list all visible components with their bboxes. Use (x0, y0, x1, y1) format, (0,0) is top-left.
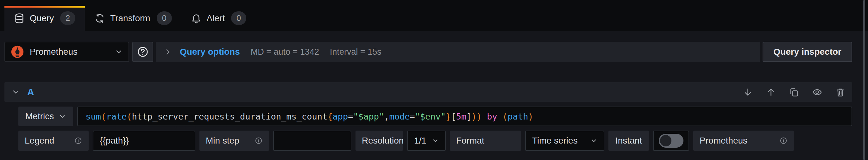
promql-expression-input[interactable]: sum(rate(http_server_requests_duration_m… (77, 106, 852, 126)
promql-expression: sum(rate(http_server_requests_duration_m… (86, 111, 533, 121)
query-row-header[interactable]: A (4, 82, 852, 102)
tab-alert-label: Alert (207, 13, 225, 23)
resolution-label: Resolution (355, 131, 403, 151)
legend-input[interactable] (93, 131, 195, 151)
query-options-bar[interactable]: Query options MD = auto = 1342 Interval … (156, 42, 760, 62)
chevron-right-icon (164, 48, 172, 56)
trash-icon (835, 87, 845, 97)
datasource-name: Prometheus (30, 47, 109, 57)
arrow-up-icon (766, 87, 776, 97)
transform-icon (94, 13, 105, 24)
tab-transform-label: Transform (110, 13, 150, 23)
move-query-up-button[interactable] (766, 87, 776, 97)
chevron-down-icon (432, 137, 439, 144)
query-row-actions (743, 87, 845, 97)
resolution-select[interactable]: 1/1 (407, 131, 446, 151)
tab-query-count-badge: 2 (60, 11, 75, 25)
info-circle-icon (254, 137, 263, 145)
format-label-text: Format (456, 136, 484, 146)
datasource-help-button[interactable] (132, 42, 153, 62)
tab-alert-count-badge: 0 (231, 11, 246, 25)
legend-label: Legend (18, 131, 89, 151)
resolution-label-text: Resolution (362, 136, 404, 146)
format-select[interactable]: Time series (525, 131, 604, 151)
database-icon (14, 13, 25, 24)
delete-query-button[interactable] (835, 87, 845, 97)
copy-icon (789, 87, 799, 97)
min-step-label-text: Min step (206, 136, 239, 146)
query-options-summary-md: MD = auto = 1342 (251, 47, 319, 57)
query-options-row: Legend Min step Resolution 1/1 (18, 131, 852, 151)
instant-label-text: Instant (615, 136, 642, 146)
tab-alert[interactable]: Alert 0 (181, 6, 256, 31)
chevron-down-icon (590, 137, 597, 144)
chevron-down-icon (115, 48, 123, 56)
collapse-chevron-down-icon[interactable] (11, 88, 20, 96)
info-circle-icon (779, 137, 787, 145)
toggle-query-visibility-button[interactable] (812, 87, 822, 97)
question-circle-icon (137, 46, 149, 58)
resolution-value: 1/1 (414, 136, 426, 146)
query-toolbar: Prometheus Query options MD = auto = 134… (4, 42, 852, 62)
instant-label: Instant (609, 131, 649, 151)
instant-toggle[interactable] (659, 134, 683, 148)
info-circle-icon (74, 137, 82, 145)
bell-icon (191, 13, 202, 24)
format-value: Time series (532, 136, 578, 146)
min-step-label: Min step (199, 131, 269, 151)
min-step-input[interactable] (273, 131, 351, 151)
query-ref-id: A (27, 87, 34, 97)
metrics-dropdown-label: Metrics (25, 111, 54, 121)
tab-transform[interactable]: Transform 0 (85, 6, 181, 31)
editor-tab-bar: Query 2 Transform 0 Alert 0 (0, 0, 868, 31)
tab-query[interactable]: Query 2 (4, 6, 85, 31)
metrics-dropdown-button[interactable]: Metrics (18, 106, 73, 126)
legend-label-text: Legend (25, 136, 54, 146)
toggle-knob (660, 135, 672, 147)
move-query-down-button[interactable] (743, 87, 753, 97)
query-options-link[interactable]: Query options (180, 47, 240, 57)
query-inspector-label: Query inspector (773, 47, 841, 57)
prometheus-logo-icon (11, 45, 24, 59)
arrow-down-icon (743, 87, 753, 97)
exemplars-label-text: Prometheus (700, 136, 747, 146)
vertical-scrollbar[interactable] (863, 0, 865, 160)
tab-query-label: Query (30, 13, 54, 23)
query-editor-row: Metrics sum(rate(http_server_requests_du… (18, 106, 852, 126)
eye-icon (812, 87, 822, 97)
duplicate-query-button[interactable] (789, 87, 799, 97)
format-label: Format (450, 131, 521, 151)
tab-transform-count-badge: 0 (157, 11, 172, 25)
chevron-down-icon (59, 113, 66, 120)
query-options-summary-interval: Interval = 15s (330, 47, 381, 57)
instant-toggle-box (653, 131, 689, 151)
query-inspector-button[interactable]: Query inspector (763, 42, 852, 62)
datasource-picker[interactable]: Prometheus (4, 42, 129, 62)
exemplars-label: Prometheus (693, 131, 794, 151)
